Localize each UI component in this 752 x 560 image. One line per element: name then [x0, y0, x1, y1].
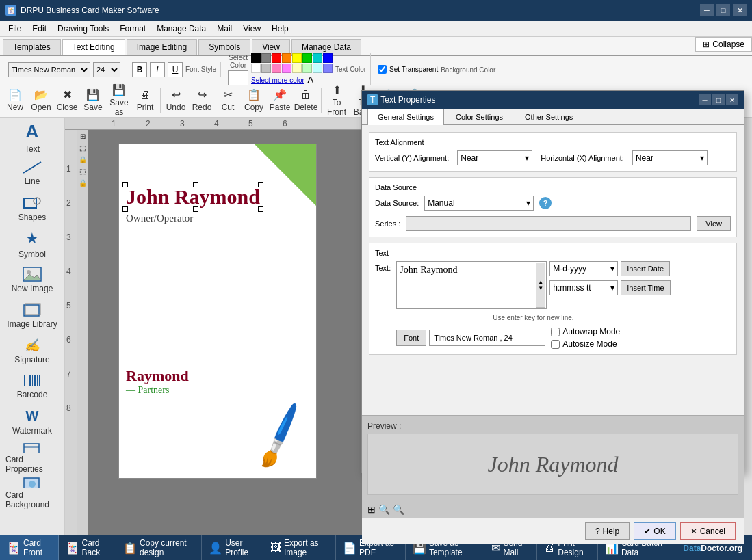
dialog-tab-color[interactable]: Color Settings [445, 109, 513, 124]
select-more-color-link[interactable]: Select more color [251, 77, 304, 84]
dialog-tab-general[interactable]: General Settings [367, 109, 444, 125]
autowrap-checkbox[interactable] [551, 328, 560, 336]
zoom-in-icon[interactable]: 🔍 [393, 504, 404, 515]
new-button[interactable]: 📄 New [3, 85, 27, 116]
color-preview[interactable] [228, 70, 248, 85]
menu-file[interactable]: File [3, 23, 27, 35]
sidebar-item-new-image[interactable]: New Image [5, 263, 60, 297]
dialog-restore-button[interactable]: □ [712, 94, 725, 105]
menu-edit[interactable]: Edit [27, 23, 52, 35]
color-white[interactable] [251, 64, 261, 73]
sidebar-item-watermark[interactable]: W Watermark [5, 405, 60, 439]
color-blue[interactable] [323, 53, 333, 63]
to-front-button[interactable]: ⬆ To Front [324, 85, 349, 116]
sidebar-item-text[interactable]: A Text [5, 120, 60, 155]
font-size-select[interactable]: 24 [93, 62, 120, 77]
cut-button[interactable]: ✂ Cut [216, 85, 240, 116]
series-input[interactable] [406, 216, 691, 231]
bold-button[interactable]: B [132, 62, 147, 77]
tab-text-editing[interactable]: Text Editing [62, 39, 125, 55]
sidebar-item-line[interactable]: Line [5, 156, 60, 190]
dialog-minimize-button[interactable]: ─ [699, 94, 711, 105]
sidebar-item-image-library[interactable]: Image Library [5, 298, 60, 332]
date-format-dropdown[interactable]: M-d-yyyy ▾ [549, 261, 618, 276]
data-source-dropdown[interactable]: Manual ▾ [424, 196, 534, 211]
close-button[interactable]: ✕ [733, 4, 747, 16]
card-front-button[interactable]: 🃏 Card Front [0, 535, 59, 560]
menu-format[interactable]: Format [114, 23, 151, 35]
insert-time-button[interactable]: Insert Time [621, 280, 670, 295]
tab-templates[interactable]: Templates [3, 39, 61, 55]
color-magenta-light[interactable] [282, 64, 291, 73]
minimize-button[interactable]: ─ [700, 4, 714, 16]
insert-date-button[interactable]: Insert Date [621, 261, 670, 276]
tab-manage-data[interactable]: Manage Data [291, 39, 361, 55]
font-name-select[interactable]: Times New Roman [8, 62, 90, 77]
vertical-align-dropdown[interactable]: Near ▾ [457, 150, 532, 165]
color-yellow[interactable] [292, 53, 302, 63]
collapse-button[interactable]: ⊞ Collapse [695, 37, 752, 52]
tab-image-editing[interactable]: Image Editing [127, 39, 197, 55]
canvas-tool-1[interactable]: ⊞ [80, 133, 86, 140]
color-blue-light[interactable] [323, 64, 333, 73]
delete-button[interactable]: 🗑 Delete [294, 85, 318, 116]
text-input-area[interactable]: John Raymond [396, 261, 547, 309]
menu-manage-data[interactable]: Manage Data [151, 23, 211, 35]
ok-button[interactable]: ✔ OK [634, 522, 675, 540]
view-button[interactable]: View [697, 216, 731, 231]
menu-view[interactable]: View [237, 23, 266, 35]
font-button[interactable]: Font [396, 330, 426, 346]
color-gray[interactable] [261, 53, 271, 63]
autosize-checkbox[interactable] [551, 340, 560, 349]
zoom-out-icon[interactable]: 🔍 [378, 504, 390, 515]
data-source-help-icon[interactable]: ? [539, 197, 552, 209]
save-as-button[interactable]: 💾 Save as [107, 85, 131, 116]
copy-button[interactable]: 📋 Copy [242, 85, 266, 116]
underline-button[interactable]: U [168, 62, 183, 77]
transparent-checkbox[interactable] [378, 65, 387, 74]
dialog-close-button[interactable]: ✕ [726, 94, 738, 105]
autowrap-checkbox-label[interactable]: Autowrap Mode [551, 327, 620, 336]
paste-button[interactable]: 📌 Paste [268, 85, 292, 116]
zoom-fit-icon[interactable]: ⊞ [367, 504, 376, 515]
sidebar-item-symbol[interactable]: ★ Symbol [5, 227, 60, 261]
sidebar-item-shapes[interactable]: Shapes [5, 191, 60, 226]
print-button[interactable]: 🖨 Print [133, 85, 157, 116]
sidebar-item-barcode[interactable]: Barcode [5, 369, 60, 403]
save-button[interactable]: 💾 Save [81, 85, 105, 116]
copy-current-design-button[interactable]: 📋 Copy current design [116, 535, 202, 560]
color-cyan[interactable] [313, 53, 322, 63]
maximize-button[interactable]: □ [716, 4, 730, 16]
canvas-tool-2[interactable]: ⬚ [79, 144, 86, 152]
color-black[interactable] [251, 53, 261, 63]
horizontal-align-dropdown[interactable]: Near ▾ [632, 150, 708, 165]
undo-button[interactable]: ↩ Undo [164, 85, 188, 116]
color-green-light[interactable] [302, 64, 312, 73]
text-scrollbar[interactable]: ▲▼ [536, 263, 545, 308]
sidebar-item-card-properties[interactable]: Card Properties [5, 440, 60, 475]
redo-button[interactable]: ↪ Redo [190, 85, 214, 116]
color-green[interactable] [302, 53, 312, 63]
help-button[interactable]: ? Help [585, 522, 630, 540]
color-pink[interactable] [272, 64, 281, 73]
canvas-tool-5[interactable]: 🔒 [79, 179, 87, 187]
canvas-tool-4[interactable]: ⬚ [79, 168, 86, 175]
export-image-button[interactable]: 🖼 Export as Image [263, 535, 336, 560]
color-silver[interactable] [261, 64, 271, 73]
canvas-tool-3[interactable]: 🔒 [79, 156, 87, 163]
menu-mail[interactable]: Mail [211, 23, 237, 35]
color-orange[interactable] [282, 53, 291, 63]
menu-help[interactable]: Help [266, 23, 294, 35]
color-yellow-light[interactable] [292, 64, 302, 73]
card-back-button[interactable]: 🃏 Card Back [59, 535, 116, 560]
cancel-button[interactable]: ✕ Cancel [680, 522, 736, 540]
menu-drawing-tools[interactable]: Drawing Tools [52, 23, 114, 35]
sidebar-item-signature[interactable]: ✍ Signature [5, 334, 60, 368]
color-red[interactable] [272, 53, 281, 63]
autosize-checkbox-label[interactable]: Autosize Mode [551, 339, 620, 349]
time-format-dropdown[interactable]: h:mm:ss tt ▾ [549, 280, 618, 295]
open-button[interactable]: 📂 Open [29, 85, 53, 116]
close-doc-button[interactable]: ✖ Close [55, 85, 79, 116]
tab-symbols[interactable]: Symbols [198, 39, 250, 55]
dialog-tab-other[interactable]: Other Settings [515, 109, 583, 124]
